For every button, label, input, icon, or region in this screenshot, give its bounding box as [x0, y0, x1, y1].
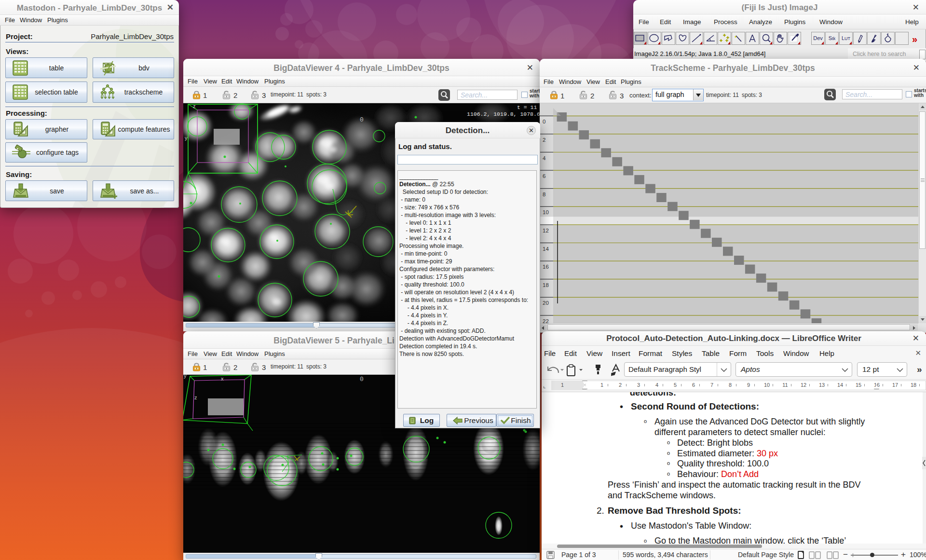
svg-text:8: 8: [543, 191, 545, 197]
svg-text:z: z: [193, 103, 196, 109]
svg-text:z: z: [194, 395, 197, 400]
svg-text:14: 14: [543, 246, 549, 252]
svg-text:y: y: [185, 135, 188, 141]
svg-text:t = 11: t = 11: [517, 104, 537, 110]
svg-text:4: 4: [543, 155, 546, 161]
svg-text:6: 6: [543, 173, 545, 179]
svg-text:18: 18: [543, 282, 549, 288]
svg-text:22: 22: [543, 318, 549, 323]
svg-text:0: 0: [360, 116, 364, 123]
svg-text:20: 20: [543, 300, 549, 306]
svg-text:1106.2, 1019.8, 1078.6: 1106.2, 1019.8, 1078.6: [467, 111, 540, 117]
svg-text:16: 16: [543, 264, 549, 270]
svg-text:0: 0: [543, 119, 545, 124]
svg-text:10: 10: [543, 209, 549, 215]
svg-text:2: 2: [543, 137, 545, 143]
svg-text:0: 0: [360, 376, 364, 383]
svg-text:12: 12: [543, 228, 549, 233]
svg-text:x: x: [221, 376, 224, 382]
svg-text:y: y: [184, 375, 187, 379]
